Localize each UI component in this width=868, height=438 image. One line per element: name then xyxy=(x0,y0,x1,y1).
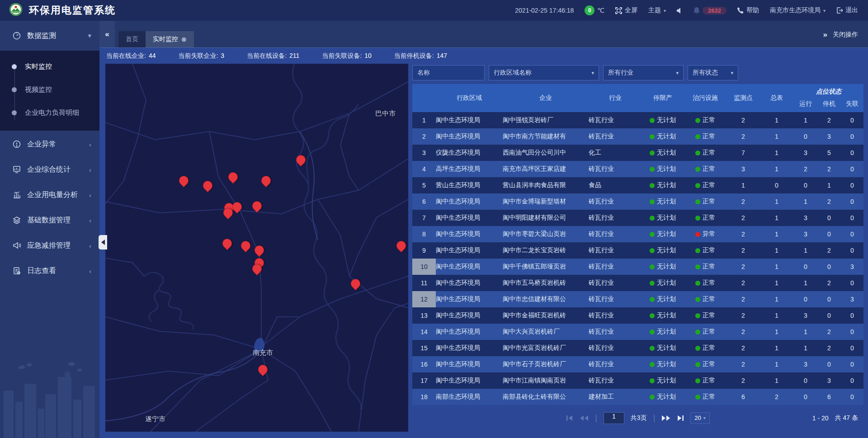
cell-region: 南部生态环境局 xyxy=(436,389,503,405)
status-dot-icon xyxy=(695,395,700,400)
cell-meter-count: 1 xyxy=(760,145,794,161)
sidebar-item-emergency-reduction[interactable]: 应急减排管理 ‹ xyxy=(0,234,99,257)
table-row[interactable]: 6 阆中生态环境局 阆中市金博瑞新型墙材 砖瓦行业 无计划 正常 2 1 1 2… xyxy=(412,193,863,210)
status-value: 3 xyxy=(221,52,224,60)
status-dot-icon xyxy=(695,378,700,383)
cell-lost-count: 0 xyxy=(841,128,863,145)
previous-page-button[interactable] xyxy=(580,415,589,421)
sidebar-item-company-abnormal[interactable]: 企业异常 ‹ xyxy=(0,132,99,156)
cell-monitor-count: 2 xyxy=(727,242,760,259)
map-city-label: 巴中市 xyxy=(375,109,396,118)
table-row[interactable]: 7 阆中生态环境局 阆中明阳建材有限公司 砖瓦行业 无计划 正常 2 1 3 0… xyxy=(412,210,863,226)
cell-meter-count: 1 xyxy=(760,356,794,372)
table-row[interactable]: 10 阆中生态环境局 阆中千佛镇五郎垭页岩 砖瓦行业 无计划 正常 2 1 0 … xyxy=(412,259,863,275)
logout-button[interactable]: 退出 xyxy=(836,6,858,14)
cell-lost-count: 3 xyxy=(841,291,863,307)
table-row[interactable]: 9 阆中生态环境局 阆中市二龙长宝页岩砖 砖瓦行业 无计划 正常 2 1 1 2… xyxy=(412,242,863,259)
cell-industry: 砖瓦行业 xyxy=(589,307,642,324)
cell-industry: 砖瓦行业 xyxy=(589,291,642,307)
cell-lost-count: 0 xyxy=(841,161,863,177)
mute-button[interactable] xyxy=(677,8,683,14)
cell-production-status: 无计划 xyxy=(642,193,684,210)
table-row[interactable]: 13 阆中生态环境局 阆中市金福旺页岩机砖 砖瓦行业 无计划 正常 2 1 3 … xyxy=(412,307,863,324)
table-row[interactable]: 18 南部生态环境局 南部县砖化土砖有限公 建材加工 无计划 正常 6 2 0 … xyxy=(412,389,863,405)
cell-production-status: 无计划 xyxy=(642,259,684,275)
help-button[interactable]: 帮助 xyxy=(737,6,759,14)
table-row[interactable]: 16 阆中生态环境局 阆中市石子页岩机砖厂 砖瓦行业 无计划 正常 2 1 3 … xyxy=(412,356,863,372)
page-size-select[interactable]: 20▾ xyxy=(690,412,710,424)
status-dot-icon xyxy=(695,118,700,123)
sidebar-item-video-monitoring[interactable]: 视频监控 xyxy=(0,78,99,101)
cell-industry: 砖瓦行业 xyxy=(589,210,642,226)
sidebar-item-power-load-detail[interactable]: 企业电力负荷明细 xyxy=(0,101,99,124)
fullscreen-button[interactable]: 全屏 xyxy=(615,6,637,14)
tab-realtime-monitoring[interactable]: 实时监控 ⊗ xyxy=(146,31,194,47)
cell-monitor-count: 2 xyxy=(727,372,760,389)
status-dot-icon xyxy=(695,248,700,253)
cell-lost-count: 0 xyxy=(841,193,863,210)
table-row[interactable]: 17 阆中生态环境局 阆中市江南镇阆南页岩 砖瓦行业 无计划 正常 2 1 0 … xyxy=(412,372,863,389)
cell-company: 西南油气田分公司川中 xyxy=(503,145,589,161)
sidebar-item-log-view[interactable]: 日志查看 ‹ xyxy=(0,259,99,283)
table-row[interactable]: 5 营山生态环境局 营山县润丰肉食品有限 食品 无计划 正常 1 0 0 1 0 xyxy=(412,177,863,193)
table-row[interactable]: 1 阆中生态环境局 阆中强锐页岩砖厂 砖瓦行业 无计划 正常 2 1 1 2 0 xyxy=(412,112,863,128)
tab-home[interactable]: 首页 xyxy=(118,31,146,47)
tab-bar: « 首页 实时监控 ⊗ » 关闭操作 xyxy=(99,21,868,47)
page-number-input[interactable]: 1 xyxy=(604,412,624,424)
status-select[interactable]: 所有状态▾ xyxy=(688,65,738,80)
status-label: 当前停机设备: xyxy=(394,52,434,60)
sidebar-item-base-data[interactable]: 基础数据管理 ‹ xyxy=(0,208,99,232)
table-row[interactable]: 3 仪陇生态环境局 西南油气田分公司川中 化工 无计划 正常 7 1 3 5 0 xyxy=(412,145,863,161)
table-row[interactable]: 14 阆中生态环境局 阆中大兴页岩机砖厂 砖瓦行业 无计划 正常 2 1 1 2… xyxy=(412,324,863,340)
cell-industry: 食品 xyxy=(589,177,642,193)
status-dot-icon xyxy=(695,167,700,172)
col-group-point-status: 点位状态 xyxy=(794,84,863,96)
sidebar-item-company-statistics[interactable]: 企业综合统计 ‹ xyxy=(0,158,99,181)
sidebar-item-realtime-monitoring[interactable]: 实时监控 xyxy=(0,55,99,78)
sidebar-item-power-analysis[interactable]: 企业用电量分析 ‹ xyxy=(0,183,99,207)
double-chevron-right-icon[interactable]: » xyxy=(823,30,827,39)
theme-dropdown[interactable]: 主题▾ xyxy=(648,6,666,14)
table-row[interactable]: 12 阆中生态环境局 阆中市忠信建材有限公 砖瓦行业 无计划 正常 2 1 0 … xyxy=(412,291,863,307)
cell-stop-count: 0 xyxy=(817,226,841,242)
col-lost: 失联 xyxy=(841,96,863,112)
cell-region: 营山生态环境局 xyxy=(436,177,503,193)
industry-select[interactable]: 所有行业▾ xyxy=(603,65,684,80)
cell-industry: 砖瓦行业 xyxy=(589,226,642,242)
tab-close-icon[interactable]: ⊗ xyxy=(181,36,187,43)
cell-meter-count: 2 xyxy=(760,389,794,405)
row-index: 12 xyxy=(412,291,436,307)
tabs-scroll-left-button[interactable]: « xyxy=(99,21,115,47)
cell-stop-count: 2 xyxy=(817,324,841,340)
cell-production-status: 无计划 xyxy=(642,128,684,145)
cell-company: 阆中市枣碧大梁山页岩 xyxy=(503,226,589,242)
cell-production-status: 无计划 xyxy=(642,356,684,372)
next-page-button[interactable] xyxy=(661,415,670,421)
cell-region: 阆中生态环境局 xyxy=(436,242,503,259)
status-label: 当前在线企业: xyxy=(106,52,146,60)
first-page-button[interactable] xyxy=(566,415,573,421)
cell-industry: 砖瓦行业 xyxy=(589,372,642,389)
table-row[interactable]: 2 阆中生态环境局 阆中市南方节能建材有 砖瓦行业 无计划 正常 2 1 0 3… xyxy=(412,128,863,145)
notifications[interactable]: 2632 xyxy=(693,7,726,14)
cell-facility-status: 正常 xyxy=(684,210,727,226)
region-select[interactable]: 行政区域名称▾ xyxy=(489,65,599,80)
close-operations-button[interactable]: 关闭操作 xyxy=(833,31,858,39)
cell-run-count: 0 xyxy=(794,128,817,145)
chevron-down-icon: ▾ xyxy=(703,415,706,420)
cell-region: 阆中生态环境局 xyxy=(436,210,503,226)
org-dropdown[interactable]: 南充市生态环境局▾ xyxy=(770,6,826,14)
table-row[interactable]: 11 阆中生态环境局 阆中市五马桥页岩机砖 砖瓦行业 无计划 正常 2 1 1 … xyxy=(412,275,863,291)
table-row[interactable]: 15 阆中生态环境局 阆中市光富页岩机砖厂 砖瓦行业 无计划 正常 2 1 1 … xyxy=(412,340,863,356)
map-panel-collapse-handle[interactable] xyxy=(99,235,107,250)
table-row[interactable]: 8 阆中生态环境局 阆中市枣碧大梁山页岩 砖瓦行业 无计划 异常 2 1 3 0… xyxy=(412,226,863,242)
cell-production-status: 无计划 xyxy=(642,291,684,307)
cell-stop-count: 0 xyxy=(817,291,841,307)
total-label: 共 47 条 xyxy=(835,414,858,422)
name-search-input[interactable]: 名称 xyxy=(412,65,485,80)
map-panel[interactable]: 巴中市南充市遂宁市 xyxy=(105,64,408,432)
table-row[interactable]: 4 高坪生态环境局 南充市高坪区王家店建 砖瓦行业 无计划 正常 3 1 2 2… xyxy=(412,161,863,177)
last-page-button[interactable] xyxy=(677,415,684,421)
cell-stop-count: 3 xyxy=(817,128,841,145)
sidebar-item-data-monitoring[interactable]: 数据监测 ▾ xyxy=(0,21,99,51)
